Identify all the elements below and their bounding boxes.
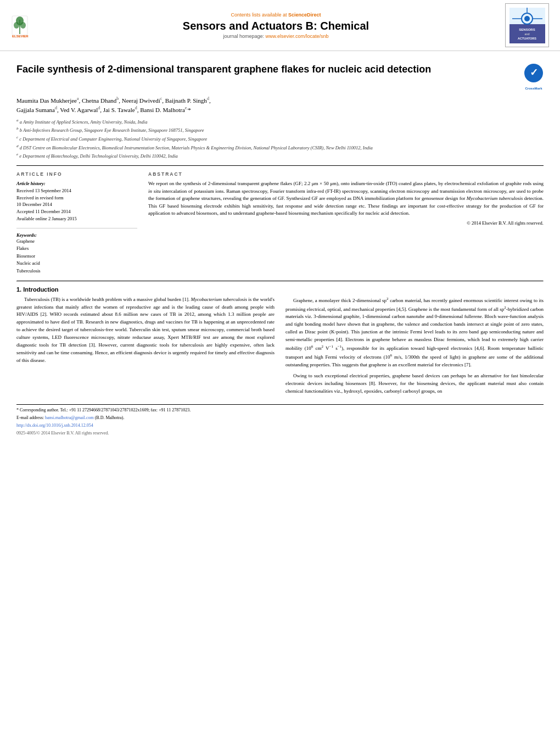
sensors-logo-svg: SENSORS and ACTUATORS <box>509 8 545 43</box>
footnotes: * Corresponding author. Tel.: +91 11 272… <box>16 404 544 437</box>
sciencedirect-text: Contents lists available at ScienceDirec… <box>47 12 505 18</box>
received-date: Received 13 September 2014 <box>16 188 71 193</box>
journal-homepage-link[interactable]: www.elsevier.com/locate/snb <box>266 34 329 39</box>
email-footnote: E-mail address: bansi.malhotra@gmail.com… <box>16 415 544 421</box>
abstract-paragraph: We report on the synthesis of 2-dimensio… <box>148 180 544 217</box>
svg-text:ELSEVIER: ELSEVIER <box>12 35 29 38</box>
intro-para-3: Owing to such exceptional electrical pro… <box>285 372 544 395</box>
article-info-column: ARTICLE INFO Article history: Received 1… <box>16 171 137 275</box>
section-divider-1 <box>16 165 544 166</box>
keyword-2: Flakes <box>16 246 29 251</box>
authors: Maumita Das Mukherjeea, Chetna Dhandb, N… <box>16 96 544 114</box>
article-title-text: Facile synthesis of 2-dimensional transp… <box>16 63 524 76</box>
svg-text:✓: ✓ <box>530 67 538 78</box>
issn-copyright: 0925-4005/© 2014 Elsevier B.V. All right… <box>16 430 544 437</box>
intro-para-1: Tuberculosis (TB) is a worldwide health … <box>16 296 275 365</box>
divider-keywords <box>16 228 137 228</box>
body-column-left: Tuberculosis (TB) is a worldwide health … <box>16 296 275 399</box>
intro-para-2: Graphene, a monolayer thick 2-dimensiona… <box>285 296 544 369</box>
abstract-header: ABSTRACT <box>148 171 544 177</box>
affiliation-e: e e Department of Biotechnology, Delhi T… <box>16 152 544 160</box>
article-info-abstract: ARTICLE INFO Article history: Received 1… <box>16 171 544 275</box>
article-history: Article history: Received 13 September 2… <box>16 180 137 222</box>
article-info-header: ARTICLE INFO <box>16 171 137 177</box>
affiliation-d: d d DST Centre on Biomolecular Electroni… <box>16 144 544 152</box>
body-divider <box>16 281 544 282</box>
keywords-section: Keywords: Graphene Flakes Biosensor Nucl… <box>16 232 137 275</box>
accepted-date: Accepted 11 December 2014 <box>16 209 71 214</box>
keyword-3: Biosensor <box>16 253 35 259</box>
abstract-column: ABSTRACT We report on the synthesis of 2… <box>148 171 544 275</box>
elsevier-logo: ELSEVIER <box>11 13 47 38</box>
journal-homepage: journal homepage: www.elsevier.com/locat… <box>47 34 505 39</box>
sensors-logo: SENSORS and ACTUATORS <box>505 3 549 47</box>
elsevier-logo-area: ELSEVIER <box>11 13 47 38</box>
affiliation-c: c c Department of Electrical and Compute… <box>16 135 544 143</box>
doi-link[interactable]: http://dx.doi.org/10.1016/j.snb.2014.12.… <box>16 423 93 428</box>
received-revised-label: Received in revised form <box>16 195 64 200</box>
svg-text:ACTUATORS: ACTUATORS <box>517 37 536 40</box>
affiliations: a a Amity Institute of Applied Sciences,… <box>16 118 544 160</box>
article-title-area: Facile synthesis of 2-dimensional transp… <box>16 63 544 91</box>
history-label: Article history: <box>16 181 46 186</box>
body-column-right: Graphene, a monolayer thick 2-dimensiona… <box>285 296 544 399</box>
svg-point-4 <box>20 22 26 29</box>
affiliation-a: a a Amity Institute of Applied Sciences,… <box>16 118 544 126</box>
affiliation-b: b b Anti-Infectives Research Group, Sing… <box>16 126 544 134</box>
corresponding-author: * Corresponding author. Tel.: +91 11 272… <box>16 407 544 414</box>
keyword-5: Tuberculosis <box>16 268 41 274</box>
main-content: Facile synthesis of 2-dimensional transp… <box>0 51 560 443</box>
svg-text:SENSORS: SENSORS <box>519 28 535 31</box>
svg-point-3 <box>14 22 19 29</box>
abstract-text: We report on the synthesis of 2-dimensio… <box>148 180 544 226</box>
journal-title: Sensors and Actuators B: Chemical <box>47 20 505 32</box>
keyword-4: Nucleic acid <box>16 260 40 266</box>
crossmark-logo: ✓ CrossMark <box>524 63 544 91</box>
section-1-heading: 1. Introduction <box>16 286 544 293</box>
body-two-columns: Tuberculosis (TB) is a worldwide health … <box>16 296 544 399</box>
available-date: Available online 2 January 2015 <box>16 216 77 221</box>
received-revised-date: 10 December 2014 <box>16 202 52 207</box>
author-email-link[interactable]: bansi.malhotra@gmail.com <box>45 415 94 420</box>
page-wrapper: ELSEVIER Contents lists available at Sci… <box>0 0 560 742</box>
svg-point-10 <box>524 16 530 21</box>
journal-header: ELSEVIER Contents lists available at Sci… <box>0 0 560 51</box>
journal-title-area: Contents lists available at ScienceDirec… <box>47 12 505 39</box>
doi-line: http://dx.doi.org/10.1016/j.snb.2014.12.… <box>16 422 544 429</box>
abstract-copyright: © 2014 Elsevier B.V. All rights reserved… <box>148 220 544 227</box>
keyword-1: Graphene <box>16 238 35 244</box>
keywords-list: Graphene Flakes Biosensor Nucleic acid T… <box>16 238 137 275</box>
keywords-label: Keywords: <box>16 232 37 238</box>
svg-text:and: and <box>524 32 529 36</box>
